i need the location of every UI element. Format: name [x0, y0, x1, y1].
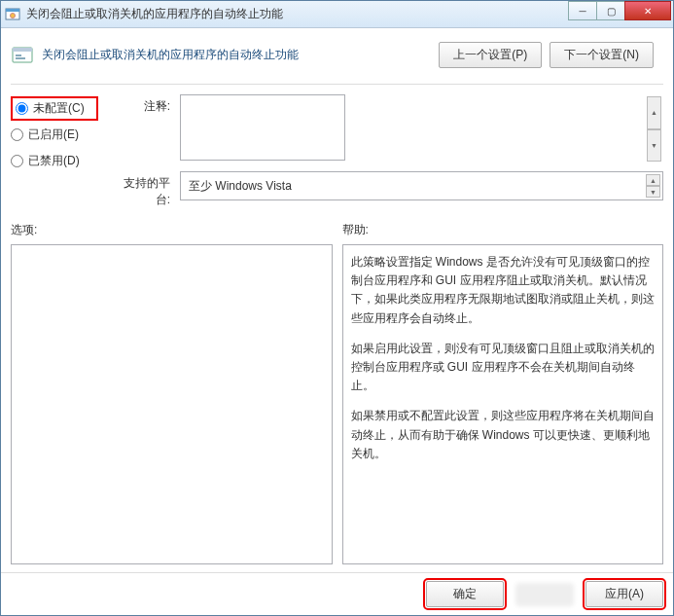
maximize-button[interactable]: ▢ [596, 1, 625, 20]
radio-disabled[interactable]: 已禁用(D) [11, 153, 98, 169]
dialog-window: 关闭会阻止或取消关机的应用程序的自动终止功能 ─ ▢ ✕ 关闭会阻止或取消关机的… [0, 0, 674, 616]
svg-rect-6 [16, 57, 25, 59]
radio-not-configured[interactable]: 未配置(C) [11, 96, 98, 121]
platform-box: 至少 Windows Vista ▲▼ [180, 171, 663, 200]
radio-disabled-input[interactable] [11, 155, 23, 167]
prev-setting-button[interactable]: 上一个设置(P) [439, 42, 542, 68]
titlebar[interactable]: 关闭会阻止或取消关机的应用程序的自动终止功能 ─ ▢ ✕ [1, 1, 673, 28]
lower-panels: 选项: 帮助: 此策略设置指定 Windows 是否允许没有可见顶级窗口的控制台… [11, 222, 663, 564]
nav-buttons: 上一个设置(P) 下一个设置(N) [439, 42, 654, 68]
platform-scroll[interactable]: ▲▼ [646, 174, 660, 198]
svg-rect-4 [13, 48, 32, 52]
help-panel: 帮助: 此策略设置指定 Windows 是否允许没有可见顶级窗口的控制台应用程序… [342, 222, 664, 564]
next-setting-button[interactable]: 下一个设置(N) [550, 42, 654, 68]
comment-row: 注释: ▲▼ [116, 94, 663, 163]
form-right: 注释: ▲▼ 支持的平台: 至少 Windows Vista ▲▼ [116, 94, 663, 208]
close-button[interactable]: ✕ [624, 1, 671, 20]
radio-enabled-input[interactable] [11, 128, 23, 141]
options-panel: 选项: [11, 222, 333, 564]
ok-button[interactable]: 确定 [426, 581, 504, 607]
help-label: 帮助: [342, 222, 664, 238]
help-text-2: 如果启用此设置，则没有可见顶级窗口且阻止或取消关机的控制台应用程序或 GUI 应… [351, 340, 656, 396]
window-buttons: ─ ▢ ✕ [569, 1, 671, 20]
divider [11, 84, 663, 85]
apply-button[interactable]: 应用(A) [585, 581, 663, 607]
footer: 确定 应用(A) [1, 572, 673, 615]
options-box [11, 244, 333, 564]
minimize-button[interactable]: ─ [568, 1, 597, 20]
config-area: 未配置(C) 已启用(E) 已禁用(D) 注释: ▲▼ [11, 94, 663, 208]
radio-not-configured-label: 未配置(C) [33, 100, 85, 117]
platform-row: 支持的平台: 至少 Windows Vista ▲▼ [116, 171, 663, 208]
radio-enabled[interactable]: 已启用(E) [11, 127, 98, 143]
radio-disabled-label: 已禁用(D) [28, 153, 80, 169]
help-box: 此策略设置指定 Windows 是否允许没有可见顶级窗口的控制台应用程序和 GU… [342, 244, 664, 564]
obscured-button [515, 583, 574, 606]
policy-title: 关闭会阻止或取消关机的应用程序的自动终止功能 [42, 47, 439, 63]
radio-enabled-label: 已启用(E) [28, 127, 79, 143]
comment-label: 注释: [116, 94, 170, 115]
options-label: 选项: [11, 222, 333, 238]
comment-scroll[interactable]: ▲▼ [647, 96, 661, 162]
platform-value: 至少 Windows Vista [189, 178, 292, 195]
policy-icon [11, 44, 34, 67]
content-area: 关闭会阻止或取消关机的应用程序的自动终止功能 上一个设置(P) 下一个设置(N)… [1, 28, 673, 572]
app-icon [5, 7, 20, 22]
radio-group: 未配置(C) 已启用(E) 已禁用(D) [11, 94, 98, 208]
platform-label: 支持的平台: [116, 171, 170, 208]
header-row: 关闭会阻止或取消关机的应用程序的自动终止功能 上一个设置(P) 下一个设置(N) [11, 42, 663, 68]
help-text-3: 如果禁用或不配置此设置，则这些应用程序将在关机期间自动终止，从而有助于确保 Wi… [351, 407, 656, 463]
comment-textarea[interactable] [180, 94, 345, 161]
svg-rect-1 [6, 9, 19, 12]
radio-not-configured-input[interactable] [16, 102, 28, 115]
svg-point-2 [11, 13, 16, 18]
help-text-1: 此策略设置指定 Windows 是否允许没有可见顶级窗口的控制台应用程序和 GU… [351, 253, 656, 328]
svg-rect-5 [16, 54, 21, 56]
